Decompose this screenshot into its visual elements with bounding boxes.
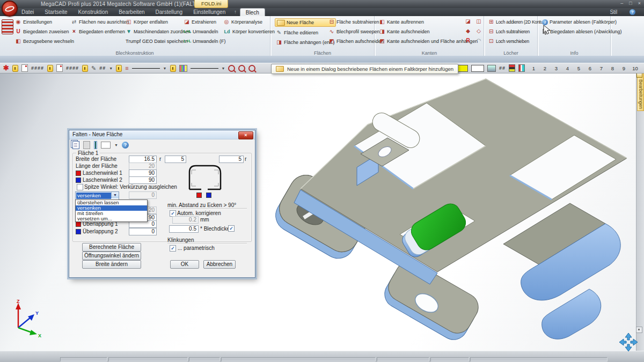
menu-darstellung[interactable]: Darstellung (150, 8, 188, 16)
pan-navigation-icon[interactable] (618, 332, 639, 351)
zoom-icon[interactable] (228, 65, 235, 72)
copy-icon[interactable] (72, 141, 79, 149)
dialog-help-icon[interactable]: ? (122, 142, 129, 149)
ribbon-item-trumpf-geo-speichern[interactable]: Trumpf GEO Datei speichern (125, 38, 192, 45)
corner-arc-icon[interactable]: ◠ (474, 38, 483, 45)
menu-datei[interactable]: Datei (16, 8, 39, 16)
lock-icon[interactable] (47, 65, 53, 72)
minimize-button[interactable]: – (620, 0, 623, 7)
linewidth-icon[interactable]: ≡ (125, 65, 128, 71)
line-style-sample[interactable] (132, 68, 160, 69)
view-number[interactable]: 8 (607, 65, 618, 71)
snap-star-icon[interactable]: ✱ (3, 65, 9, 71)
edge-tool-icon-3[interactable]: ◆ (464, 28, 472, 35)
ribbon-item-flaeche-anhaengen[interactable]: ◨Fläche anhängen (erw.) (275, 39, 336, 46)
ribbon-item-einstellungen[interactable]: ◉Einstellungen (14, 18, 75, 26)
preset-dropdown[interactable] (101, 142, 111, 149)
color-bars-icon[interactable] (518, 64, 525, 72)
lock-icon[interactable] (116, 65, 122, 72)
ueberlappung2-field[interactable]: 0 (129, 228, 157, 235)
droplist-option[interactable]: versetzen um... (76, 216, 147, 221)
menu-einstellungen[interactable]: Einstellungen (188, 8, 231, 16)
edge-tool-icon-4[interactable]: ◇ (474, 28, 483, 35)
edge-tool-icon-2[interactable]: ◫ (474, 18, 483, 26)
ribbon-item-koerperanalyse[interactable]: ◎Körperanalyse (222, 18, 276, 26)
view-number[interactable]: 4 (562, 65, 573, 71)
ribbon-item-neue-flaeche[interactable]: Neue Fläche (275, 18, 336, 27)
document-icon[interactable] (56, 64, 63, 72)
blechdicke-factor-field[interactable]: 0.5 (169, 225, 199, 233)
ribbon-item-extrahieren[interactable]: ◪Extrahieren (182, 18, 227, 26)
help-icon[interactable]: ? (630, 9, 635, 15)
berechnete-flaeche-button[interactable]: Berechnete Fläche zeigen (82, 243, 141, 252)
ribbon-item-loch-subtrahieren[interactable]: ⊟Loch subtrahieren (487, 28, 547, 35)
view-number[interactable]: 3 (551, 65, 562, 71)
ribbon-item-biegedaten-ablesen[interactable]: Biegedaten ablesen (Abwicklung) (541, 28, 623, 35)
menu-startseite[interactable]: Startseite (39, 8, 72, 16)
pencil-icon[interactable]: ✎ (91, 65, 96, 72)
ribbon-item-biegedaten-zuweisen[interactable]: UBiegedaten zuweisen (14, 28, 75, 35)
document-icon[interactable] (21, 64, 28, 72)
lock-icon[interactable] (12, 65, 18, 72)
color-columns-icon[interactable] (509, 64, 515, 72)
chevron-down-icon[interactable]: ▼ (222, 67, 225, 70)
r1-field[interactable]: 5 (165, 156, 186, 163)
spitze-checkbox[interactable] (77, 184, 83, 190)
ribbon-item-flaeche-editieren[interactable]: ✎Fläche editieren (275, 29, 336, 36)
view-number[interactable]: 5 (573, 65, 584, 71)
ok-button[interactable]: OK (170, 260, 199, 269)
view-number[interactable]: 1 (528, 65, 539, 71)
menu-tab-blech[interactable]: Blech (240, 8, 265, 16)
ribbon-item-koerper-entfalten[interactable]: ◫Körper entfalten (125, 18, 192, 26)
ribbon-item-maschinendaten-zuordnen[interactable]: ▼Maschinendaten zuordnen (125, 28, 192, 35)
breite-field[interactable]: 16.5 (129, 156, 157, 163)
paste-icon[interactable] (83, 141, 90, 149)
parametrisch-checkbox[interactable]: ✓ (170, 245, 176, 252)
menu-konstruktion[interactable]: Konstruktion (73, 8, 114, 16)
versenken-combobox[interactable]: versenken ▼ (75, 191, 119, 200)
ribbon-item-bezugsebene-wechseln[interactable]: ◧Bezugsebene wechseln (14, 38, 75, 45)
menu-bearbeiten[interactable]: Bearbeiten (113, 8, 150, 16)
menu-overflow-icon[interactable]: ↑ (231, 8, 240, 16)
style-selector[interactable]: Stil ▼ (610, 8, 623, 17)
color-swatch[interactable] (471, 65, 484, 72)
zoom-in-icon[interactable] (238, 65, 245, 72)
breite-aendern-button[interactable]: Breite ändern (82, 260, 141, 269)
view-number[interactable]: 7 (596, 65, 607, 71)
view-number[interactable]: 6 (584, 65, 596, 71)
combobox-arrow[interactable]: ▼ (111, 192, 119, 198)
screen-icon[interactable] (487, 65, 496, 72)
blechdicke-checkbox[interactable]: ✓ (228, 225, 235, 232)
laschenwinkel2-field[interactable]: 90 (129, 176, 157, 184)
chevron-down-icon[interactable]: ▼ (114, 143, 118, 147)
view-number[interactable]: 10 (630, 65, 641, 71)
color-grid-icon[interactable] (179, 65, 187, 72)
ribbon-item-loch-addieren[interactable]: ⊞Loch addieren (2D Kontur) (487, 18, 547, 26)
calculator-button[interactable] (94, 141, 97, 149)
right-scrollbar[interactable] (636, 73, 644, 351)
zoom-out-icon[interactable] (248, 65, 255, 72)
line-style-sample[interactable] (191, 68, 218, 69)
ribbon-item-umwandeln[interactable]: L+LUmwandeln (182, 28, 227, 35)
chevron-down-icon[interactable]: ▼ (109, 67, 113, 70)
ribbon-item-koerper-konvertieren[interactable]: LdKörper konvertieren (222, 28, 276, 35)
laschenwinkel1-field[interactable]: 90 (129, 169, 157, 177)
ribbon-item-flaechen-neu-ausrichten[interactable]: ⇄Flächen neu ausrichten (70, 18, 130, 26)
lock-icon[interactable] (170, 65, 176, 72)
ribbon-item-umwandeln-f[interactable]: L+LUmwandeln (F) (182, 38, 227, 45)
dialog-close-button[interactable]: × (238, 131, 253, 139)
bearbeitungen-side-tab[interactable]: Bearbeitungen (637, 73, 644, 111)
ribbon-item-loch-verschieben[interactable]: ⊡Loch verschieben (487, 38, 547, 45)
view-number[interactable]: 2 (539, 65, 551, 71)
file-tab-fold-ini[interactable]: FOLD.ini (194, 0, 228, 8)
ribbon-item-biegedaten-entfernen[interactable]: ×Biegedaten entfernen (70, 28, 130, 35)
cancel-button[interactable]: Abbrechen (203, 260, 236, 269)
oeffnungswinkel-button[interactable]: Öffnungswinkel ändern (82, 252, 141, 260)
edge-tool-icon-1[interactable]: ◪ (464, 18, 472, 26)
restore-button[interactable]: □ (629, 0, 632, 7)
lock-icon[interactable] (82, 65, 88, 72)
close-button[interactable]: × (638, 0, 641, 7)
chevron-down-icon[interactable]: ▼ (163, 67, 167, 70)
view-number[interactable]: 9 (618, 65, 630, 71)
radius-tool-icon[interactable]: R (464, 38, 472, 45)
